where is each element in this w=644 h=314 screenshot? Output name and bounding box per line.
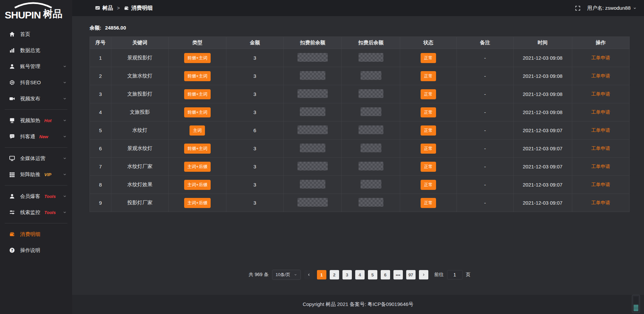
page-button-4[interactable]: 4 [355, 270, 365, 279]
page-button-2[interactable]: 2 [330, 270, 339, 279]
footer: Copyright 树品 2021 备案号: 粤ICP备09019646号 [72, 295, 644, 314]
scroll-indicator[interactable] [632, 295, 640, 313]
sidebar-item-media-ops[interactable]: 全媒体运营 [0, 150, 72, 166]
sidebar-item-video-heat[interactable]: 视频加热 Hot [0, 112, 72, 128]
sidebar-item-matrix-boost[interactable]: 矩阵助推 VIP [0, 166, 72, 182]
menu-divider [5, 223, 67, 223]
page-button-97[interactable]: 97 [406, 270, 416, 279]
cell-balance-after [342, 140, 400, 158]
cell-keyword: 投影灯厂家 [111, 194, 168, 212]
cell-amount: 3 [226, 49, 283, 67]
cell-type: 主词+后缀 [169, 158, 226, 176]
work-order-link[interactable]: 工单申请 [591, 146, 610, 151]
sidebar-item-label: 操作说明 [20, 247, 40, 254]
sidebar-item-consumption[interactable]: 消费明细 [0, 226, 72, 242]
cell-balance-before [283, 194, 342, 212]
goto-page-input[interactable] [447, 270, 463, 279]
status-badge: 正常 [421, 71, 436, 81]
chevron-down-icon [63, 156, 67, 160]
cell-time: 2021-12-03 09:08 [513, 49, 572, 67]
col-header-balance-after: 扣费后余额 [342, 37, 400, 49]
cell-balance-after [342, 121, 400, 140]
cell-keyword: 文旅投影灯 [111, 85, 168, 103]
cell-no: 4 [90, 103, 111, 121]
menu-divider [5, 147, 67, 148]
work-order-link[interactable]: 工单申请 [591, 164, 610, 169]
cell-status: 正常 [400, 103, 457, 121]
sidebar-item-account[interactable]: 账号管理 [0, 58, 72, 74]
sidebar-item-doukotong[interactable]: 抖客通 New [0, 128, 72, 145]
work-order-link[interactable]: 工单申请 [591, 91, 610, 97]
masked-value [300, 71, 325, 80]
type-badge: 前缀+主词 [184, 107, 211, 117]
cell-type: 主词+后缀 [169, 176, 226, 194]
sidebar-item-label: 视频发布 [20, 96, 40, 102]
cell-balance-before [283, 67, 342, 85]
cell-action: 工单申请 [572, 176, 629, 194]
wallet-icon [9, 231, 15, 238]
breadcrumb-label: 树品 [102, 5, 113, 12]
page-button-5[interactable]: 5 [368, 270, 377, 279]
type-badge: 前缀+主词 [184, 53, 211, 63]
cell-action: 工单申请 [572, 140, 629, 158]
cell-amount: 3 [226, 85, 283, 103]
work-order-link[interactable]: 工单申请 [591, 182, 610, 187]
masked-value [300, 144, 325, 152]
breadcrumb-item-home[interactable]: 树品 [95, 5, 113, 12]
cell-balance-after [342, 103, 400, 121]
work-order-link[interactable]: 工单申请 [591, 127, 610, 133]
page-size-select[interactable]: 10条/页 [272, 270, 301, 280]
page-button-3[interactable]: 3 [342, 270, 352, 279]
masked-value [361, 71, 381, 80]
sidebar-item-instructions[interactable]: ? 操作说明 [0, 242, 72, 258]
sidebar-item-data-overview[interactable]: 数据总览 [0, 42, 72, 58]
prev-page-button[interactable] [304, 270, 314, 279]
cell-balance-before [283, 140, 342, 158]
cell-time: 2021-12-03 09:07 [513, 176, 572, 194]
main-content: 余额: 24856.00 序号 关键词 类型 金额 扣费前余额 扣费后余额 状态… [72, 16, 644, 314]
user-icon [9, 63, 15, 70]
sidebar-item-video-publish[interactable]: 视频发布 [0, 91, 72, 107]
sidebar-item-lead-monitor[interactable]: 线索监控 Tools [0, 204, 72, 220]
cell-no: 6 [90, 140, 111, 158]
user-menu[interactable]: 用户名: zswodun88 [587, 5, 637, 11]
menu-divider [5, 109, 67, 110]
cell-status: 正常 [400, 176, 457, 194]
cell-action: 工单申请 [572, 194, 629, 212]
work-order-link[interactable]: 工单申请 [591, 73, 610, 78]
table-row: 6 景观水纹灯 前缀+主词 3 正常 - 2021-12-03 09:07 工单… [90, 140, 630, 158]
page-button-6[interactable]: 6 [381, 270, 390, 279]
cell-status: 正常 [400, 140, 457, 158]
work-order-link[interactable]: 工单申请 [591, 55, 610, 60]
table-row: 2 文旅水纹灯 前缀+主词 3 正常 - 2021-12-03 09:08 工单… [90, 67, 630, 85]
chevron-down-icon [633, 6, 637, 10]
next-page-button[interactable] [419, 270, 428, 279]
work-order-link[interactable]: 工单申请 [591, 200, 610, 205]
cell-balance-before [283, 176, 342, 194]
sidebar-item-label: 首页 [20, 31, 30, 38]
masked-value [298, 125, 328, 134]
more-pages-button[interactable]: ••• [393, 270, 403, 279]
cell-remark: - [457, 103, 513, 121]
cell-balance-after [342, 67, 400, 85]
chevron-down-icon [63, 194, 67, 198]
video-camera-icon [9, 95, 15, 102]
col-header-balance-before: 扣费前余额 [283, 37, 342, 49]
sidebar-item-douyin-seo[interactable]: 抖音SEO [0, 74, 72, 91]
masked-value [361, 180, 381, 189]
sidebar-item-home[interactable]: 首页 [0, 26, 72, 42]
svg-text:?: ? [11, 248, 13, 252]
cell-remark: - [457, 85, 513, 103]
breadcrumb-separator: > [117, 5, 120, 11]
page-button-1[interactable]: 1 [317, 270, 326, 279]
cell-remark: - [457, 176, 513, 194]
status-badge: 正常 [421, 107, 436, 117]
cell-status: 正常 [400, 85, 457, 103]
work-order-link[interactable]: 工单申请 [591, 109, 610, 115]
col-header-keyword: 关键词 [111, 37, 168, 49]
menu-divider [5, 185, 67, 186]
fullscreen-icon[interactable] [575, 5, 581, 11]
sidebar-item-member-burst[interactable]: 会员爆客 Tools [0, 188, 72, 204]
chevron-right-icon [422, 273, 425, 276]
topbar-right: 用户名: zswodun88 [575, 5, 637, 11]
